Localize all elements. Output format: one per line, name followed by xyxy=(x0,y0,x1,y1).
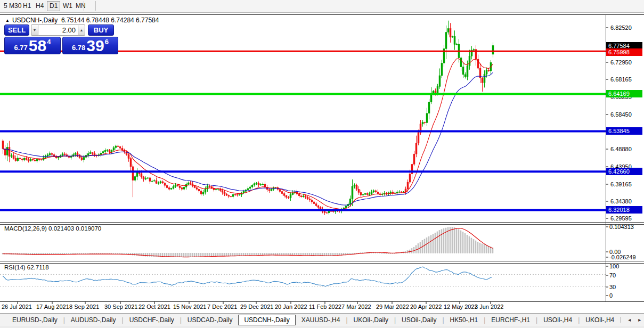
date-label: 3 Jun 2022 xyxy=(475,304,503,310)
chart-tab-usdcad-daily[interactable]: USDCAD-,Daily xyxy=(182,315,239,325)
date-label: 29 Mar 2022 xyxy=(376,304,409,310)
price-badge-label: 6.53845 xyxy=(608,128,630,134)
date-label: 20 Apr 2022 xyxy=(410,304,442,310)
chart-tab-hk50-h1[interactable]: HK50-,H1 xyxy=(444,315,484,325)
buy-price-pip: 6 xyxy=(105,38,109,46)
one-click-trading-panel: SELL ▼ 2.00 ▲ BUY 6.77 58 4 6.78 39 6 xyxy=(4,24,119,54)
scroll-left-icon[interactable]: ◂ xyxy=(628,317,631,323)
buy-price-big: 39 xyxy=(86,38,104,53)
buy-button[interactable]: BUY xyxy=(88,24,114,36)
macd-signal-line xyxy=(3,228,493,257)
price-badge-label: 6.42660 xyxy=(608,168,630,175)
buy-price-prefix: 6.78 xyxy=(72,44,85,52)
date-label: 12 May 2022 xyxy=(444,304,478,310)
toolbar-separator xyxy=(45,1,45,11)
macd-indicator-label: MACD(12,26,9) 0.021403 0.019070 xyxy=(4,225,101,232)
price-badge-label: 6.32018 xyxy=(608,207,630,213)
date-label: 7 Dec 2021 xyxy=(207,304,237,310)
toolbar-separator xyxy=(95,1,96,11)
sell-price-prefix: 6.77 xyxy=(14,44,28,52)
status-strip xyxy=(0,326,644,328)
scroll-right-icon[interactable]: ▸ xyxy=(638,317,641,323)
date-label: 22 Oct 2021 xyxy=(138,304,170,310)
chart-tab-ukoil-daily[interactable]: UKOil-,Daily xyxy=(348,315,394,325)
rsi-indicator-label: RSI(14) 62.7118 xyxy=(4,264,49,270)
chart-tab-usdcnh-daily[interactable]: USDCNH-,Daily xyxy=(238,315,295,325)
price-badge-label: 6.64169 xyxy=(608,91,630,97)
chart-tab-usoil-h4[interactable]: USOil-,H4 xyxy=(537,315,578,325)
price-tick-label: 6.68165 xyxy=(610,76,632,83)
macd-axis-label: -0.026249 xyxy=(609,254,636,260)
sell-price-pip: 4 xyxy=(47,38,51,46)
price-axis[interactable]: 6.825206.729506.681656.632356.584506.488… xyxy=(606,24,642,222)
date-axis[interactable]: 26 Jul 202117 Aug 20218 Sep 202130 Sep 2… xyxy=(2,301,503,310)
price-tick-label: 6.34380 xyxy=(610,198,632,204)
date-label: 29 Dec 2021 xyxy=(240,304,273,310)
price-tick-label: 6.58450 xyxy=(610,111,632,118)
chart-tab-ukoil-h4[interactable]: UKOil-,H4 xyxy=(580,315,620,325)
rsi-axis-label: 100 xyxy=(609,263,619,269)
rsi-axis-label: 70 xyxy=(609,272,616,278)
price-tick-label: 6.72950 xyxy=(610,59,632,65)
chart-tab-bar: EURUSD-,Daily|AUDUSD-,Daily|USDCHF-,Dail… xyxy=(0,313,644,326)
rsi-axis-label: 30 xyxy=(609,284,616,290)
sell-price-display[interactable]: 6.77 58 4 xyxy=(4,37,61,54)
macd-histogram xyxy=(2,227,493,257)
price-badge-label: 6.75998 xyxy=(608,49,630,55)
rsi-line xyxy=(3,267,492,286)
chart-tab-eurusd-daily[interactable]: EURUSD-,Daily xyxy=(6,315,63,325)
date-label: 15 Nov 2021 xyxy=(173,304,206,310)
chart-tab-usdchf-daily[interactable]: USDCHF-,Daily xyxy=(124,315,180,325)
price-tick-label: 6.82520 xyxy=(610,24,632,31)
timeframe-button-d1[interactable]: D1 xyxy=(47,1,60,11)
timeframe-toolbar: 5M30H1H4D1W1MN xyxy=(0,0,644,13)
date-label: 11 Feb 2022 xyxy=(309,304,341,310)
date-label: 20 Jan 2022 xyxy=(275,304,307,310)
date-label: 8 Sep 2021 xyxy=(69,304,99,310)
buy-price-display[interactable]: 6.78 39 6 xyxy=(62,37,118,54)
price-tick-label: 6.29595 xyxy=(610,215,632,222)
spread-decrease-button[interactable]: ▼ xyxy=(31,24,38,36)
tab-scroll-arrows: ◂▸ xyxy=(620,317,641,323)
timeframe-button-mn[interactable]: MN xyxy=(73,1,88,11)
rsi-axis-label: 0 xyxy=(609,292,613,299)
price-tick-label: 6.48880 xyxy=(610,146,632,152)
price-tick-label: 6.39165 xyxy=(610,181,632,187)
mt4-window: { "toolbar": { "items": [ {"label":"5","… xyxy=(0,0,644,328)
volume-input[interactable]: 2.00 xyxy=(38,24,78,36)
date-label: 26 Jul 2021 xyxy=(2,304,32,310)
chart-tab-eurchf-h1[interactable]: EURCHF-,H1 xyxy=(485,315,536,325)
toolbar-separator xyxy=(84,1,84,11)
sell-price-big: 58 xyxy=(29,38,46,53)
symbol-period-label: USDCNH-,Daily xyxy=(12,17,58,24)
price-badge-label: 6.77584 xyxy=(608,43,630,49)
macd-axis-label: 0.104313 xyxy=(609,224,634,230)
collapse-one-click-icon[interactable]: ▲ xyxy=(5,18,10,23)
chart-tab-audusd-daily[interactable]: AUDUSD-,Daily xyxy=(65,315,122,325)
sell-button[interactable]: SELL xyxy=(4,24,29,36)
chart-ohlc-header: ▲USDCNH-,Daily 6.75144 6.78448 6.74284 6… xyxy=(5,17,159,24)
chart-tab-xauusd-h4[interactable]: XAUUSD-,H4 xyxy=(296,315,346,325)
date-label: 17 Aug 2021 xyxy=(36,304,69,310)
ohlc-values: 6.75144 6.78448 6.74284 6.77584 xyxy=(61,17,159,24)
timeframe-button-h1[interactable]: H1 xyxy=(20,1,34,11)
spread-increase-button[interactable]: ▲ xyxy=(78,24,85,36)
date-label: 30 Sep 2021 xyxy=(104,304,137,310)
chart-tab-usoil-daily[interactable]: USOil-,Daily xyxy=(396,315,442,325)
date-label: 7 Mar 2022 xyxy=(341,304,371,310)
